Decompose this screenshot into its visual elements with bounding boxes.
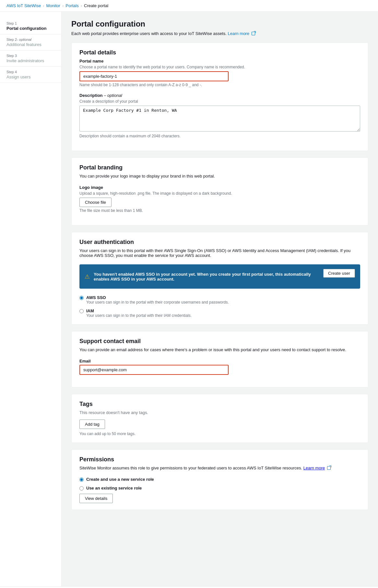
new-role-option[interactable]: Create and use a new service role	[79, 477, 360, 482]
tags-empty-message: This resource doesn't have any tags.	[79, 410, 360, 415]
description-label: Description – optional	[79, 93, 360, 98]
permissions-title: Permissions	[79, 456, 360, 463]
description-desc: Create a description of your portal	[79, 99, 360, 104]
new-role-radio[interactable]	[79, 478, 84, 482]
portal-name-description: Choose a portal name to identify the web…	[79, 65, 360, 69]
logo-label: Logo image	[79, 185, 360, 190]
user-authentication-card: User authentication Your users can sign …	[71, 232, 368, 325]
permissions-ext-icon	[327, 466, 331, 470]
view-details-button[interactable]: View details	[79, 494, 113, 503]
iam-option[interactable]: IAM Your users can sign in to the portal…	[79, 308, 360, 318]
iam-radio[interactable]	[79, 309, 84, 313]
portal-name-label: Portal name	[79, 59, 360, 63]
existing-role-radio[interactable]	[79, 486, 84, 490]
warning-icon: ⚠	[85, 273, 90, 280]
tags-title: Tags	[79, 401, 360, 408]
new-role-label: Create and use a new service role	[86, 477, 154, 482]
portal-name-input[interactable]: example-factory-1	[79, 71, 229, 81]
step2-number: Step 2- optional	[6, 38, 55, 41]
tags-hint: You can add up to 50 more tags.	[79, 432, 360, 436]
logo-field: Logo image Upload a square, high-resolut…	[79, 185, 360, 213]
main-content: Portal configuration Each web portal pro…	[62, 12, 378, 586]
page-subtitle: Each web portal provides enterprise user…	[71, 31, 368, 36]
iam-desc: Your users can sign in to the portal wit…	[86, 313, 192, 318]
step1-label: Portal configuration	[6, 26, 55, 31]
choose-file-button[interactable]: Choose file	[79, 198, 112, 207]
step1-number: Step 1	[6, 21, 55, 25]
separator-2: ›	[62, 3, 64, 8]
support-email-card: Support contact email You can provide an…	[71, 331, 368, 387]
step4-number: Step 4	[6, 70, 55, 74]
nav-portals[interactable]: Portals	[65, 3, 78, 8]
email-field: Email support@example.com	[79, 359, 360, 375]
description-field: Description – optional Create a descript…	[79, 93, 360, 138]
permissions-card: Permissions SiteWise Monitor assumes thi…	[71, 449, 368, 510]
logo-description: Upload a square, high-resolution .png fi…	[79, 191, 360, 196]
separator-3: ›	[81, 3, 82, 8]
iam-label: IAM	[86, 308, 192, 313]
nav-monitor[interactable]: Monitor	[46, 3, 60, 8]
page-title: Portal configuration	[71, 19, 368, 29]
portal-branding-card: Portal branding You can provide your log…	[71, 157, 368, 225]
portal-details-card: Portal details Portal name Choose a port…	[71, 42, 368, 151]
existing-role-label: Use an existing service role	[86, 486, 142, 490]
description-textarea[interactable]: Example Corp Factory #1 in Renton, WA	[79, 106, 360, 132]
user-auth-subtitle: Your users can sign in to this portal wi…	[79, 248, 360, 258]
portal-name-field: Portal name Choose a portal name to iden…	[79, 59, 360, 87]
email-label: Email	[79, 359, 360, 363]
separator-1: ›	[43, 3, 44, 8]
add-tag-button[interactable]: Add tag	[79, 420, 105, 429]
sidebar-step-2[interactable]: Step 2- optional Additional features	[0, 34, 61, 51]
portal-details-title: Portal details	[79, 49, 360, 56]
portal-branding-subtitle: You can provide your logo image to displ…	[79, 174, 360, 179]
tags-card: Tags This resource doesn't have any tags…	[71, 394, 368, 443]
step3-number: Step 3	[6, 54, 55, 58]
description-hint: Description should contain a maximum of …	[79, 134, 360, 138]
footer-bar: Cancel Next	[0, 586, 378, 588]
permissions-subtitle: SiteWise Monitor assumes this role to gi…	[79, 466, 360, 470]
sidebar-step-3[interactable]: Step 3 Invite administrators	[0, 51, 61, 67]
sidebar-step-4[interactable]: Step 4 Assign users	[0, 67, 61, 83]
learn-more-link[interactable]: Learn more	[228, 31, 249, 36]
permissions-learn-more[interactable]: Learn more	[303, 466, 325, 470]
sidebar: Step 1 Portal configuration Step 2- opti…	[0, 12, 62, 586]
create-user-button[interactable]: Create user	[323, 269, 355, 278]
portal-name-hint: Name should be 1-128 characters and only…	[79, 83, 360, 87]
nav-current: Create portal	[84, 3, 108, 8]
file-hint: The file size must be less than 1 MB.	[79, 208, 360, 213]
breadcrumb: AWS IoT SiteWise › Monitor › Portals › C…	[0, 0, 378, 12]
aws-sso-option[interactable]: AWS SSO Your users can sign in to the po…	[79, 295, 360, 305]
step2-label: Additional features	[6, 42, 55, 47]
user-auth-title: User authentication	[79, 239, 360, 246]
aws-sso-desc: Your users can sign in to the portal wit…	[86, 300, 229, 305]
aws-sso-radio[interactable]	[79, 296, 84, 300]
permissions-radio-group: Create and use a new service role Use an…	[79, 477, 360, 490]
existing-role-option[interactable]: Use an existing service role	[79, 486, 360, 490]
sidebar-step-1[interactable]: Step 1 Portal configuration	[0, 18, 61, 34]
portal-branding-title: Portal branding	[79, 164, 360, 171]
aws-sso-label: AWS SSO	[86, 295, 229, 300]
email-input[interactable]: support@example.com	[79, 365, 229, 375]
support-email-title: Support contact email	[79, 338, 360, 345]
sso-alert-banner: ⚠ You haven't enabled AWS SSO in your ac…	[79, 264, 360, 289]
external-link-icon	[252, 32, 255, 35]
step3-label: Invite administrators	[6, 58, 55, 63]
support-email-subtitle: You can provide an email address for cas…	[79, 347, 360, 352]
nav-sitewise[interactable]: AWS IoT SiteWise	[6, 3, 41, 8]
auth-radio-group: AWS SSO Your users can sign in to the po…	[79, 295, 360, 318]
step4-label: Assign users	[6, 75, 55, 79]
alert-text: You haven't enabled AWS SSO in your acco…	[94, 272, 319, 282]
